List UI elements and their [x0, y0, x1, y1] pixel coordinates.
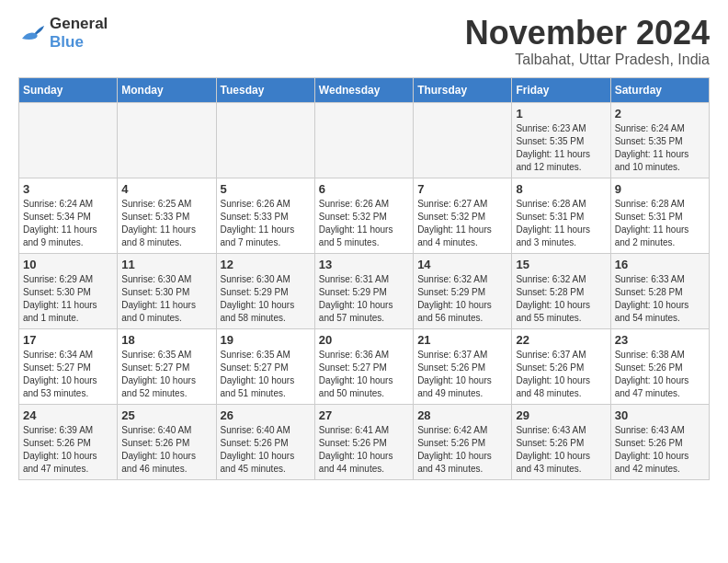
day-info: Sunrise: 6:32 AM Sunset: 5:29 PM Dayligh…	[417, 273, 507, 325]
day-number: 28	[417, 408, 507, 422]
calendar-cell: 14Sunrise: 6:32 AM Sunset: 5:29 PM Dayli…	[414, 253, 512, 328]
calendar-week-row: 1Sunrise: 6:23 AM Sunset: 5:35 PM Daylig…	[19, 102, 710, 178]
day-number: 17	[23, 333, 113, 347]
day-number: 3	[23, 182, 113, 196]
day-number: 24	[23, 408, 113, 422]
day-info: Sunrise: 6:36 AM Sunset: 5:27 PM Dayligh…	[319, 349, 409, 400]
logo-icon	[18, 22, 46, 44]
logo: General Blue	[18, 15, 108, 52]
calendar-cell	[314, 102, 413, 178]
day-number: 7	[417, 182, 507, 196]
day-info: Sunrise: 6:35 AM Sunset: 5:27 PM Dayligh…	[121, 349, 211, 400]
day-info: Sunrise: 6:27 AM Sunset: 5:32 PM Dayligh…	[417, 198, 507, 249]
day-info: Sunrise: 6:24 AM Sunset: 5:35 PM Dayligh…	[615, 122, 705, 174]
day-info: Sunrise: 6:33 AM Sunset: 5:28 PM Dayligh…	[615, 273, 705, 325]
calendar-cell	[414, 102, 512, 178]
calendar-cell: 16Sunrise: 6:33 AM Sunset: 5:28 PM Dayli…	[610, 253, 709, 328]
calendar-cell: 2Sunrise: 6:24 AM Sunset: 5:35 PM Daylig…	[610, 102, 709, 178]
day-info: Sunrise: 6:39 AM Sunset: 5:26 PM Dayligh…	[23, 424, 113, 476]
day-info: Sunrise: 6:25 AM Sunset: 5:33 PM Dayligh…	[121, 198, 211, 249]
calendar-week-row: 17Sunrise: 6:34 AM Sunset: 5:27 PM Dayli…	[19, 328, 710, 404]
day-number: 11	[121, 258, 211, 271]
calendar-cell: 4Sunrise: 6:25 AM Sunset: 5:33 PM Daylig…	[118, 178, 216, 253]
day-info: Sunrise: 6:34 AM Sunset: 5:27 PM Dayligh…	[23, 349, 113, 400]
day-info: Sunrise: 6:30 AM Sunset: 5:29 PM Dayligh…	[221, 273, 311, 325]
day-info: Sunrise: 6:40 AM Sunset: 5:26 PM Dayligh…	[121, 424, 211, 476]
weekday-header-cell: Sunday	[19, 77, 118, 102]
day-number: 2	[615, 107, 705, 121]
calendar-cell: 1Sunrise: 6:23 AM Sunset: 5:35 PM Daylig…	[512, 102, 610, 178]
calendar-cell: 10Sunrise: 6:29 AM Sunset: 5:30 PM Dayli…	[19, 253, 118, 328]
day-number: 20	[319, 333, 409, 347]
day-info: Sunrise: 6:42 AM Sunset: 5:26 PM Dayligh…	[417, 424, 507, 476]
day-number: 10	[23, 258, 113, 271]
day-number: 12	[221, 258, 311, 271]
calendar-cell: 26Sunrise: 6:40 AM Sunset: 5:26 PM Dayli…	[216, 404, 314, 479]
day-info: Sunrise: 6:29 AM Sunset: 5:30 PM Dayligh…	[23, 273, 113, 325]
day-info: Sunrise: 6:30 AM Sunset: 5:30 PM Dayligh…	[121, 273, 211, 325]
calendar-week-row: 10Sunrise: 6:29 AM Sunset: 5:30 PM Dayli…	[19, 253, 710, 328]
day-number: 13	[319, 258, 409, 271]
day-number: 9	[615, 182, 705, 196]
day-number: 1	[516, 107, 606, 121]
day-info: Sunrise: 6:28 AM Sunset: 5:31 PM Dayligh…	[615, 198, 705, 249]
weekday-header-cell: Saturday	[610, 77, 709, 102]
day-number: 18	[121, 333, 211, 347]
calendar-cell: 17Sunrise: 6:34 AM Sunset: 5:27 PM Dayli…	[19, 328, 118, 404]
calendar-cell: 20Sunrise: 6:36 AM Sunset: 5:27 PM Dayli…	[314, 328, 413, 404]
day-info: Sunrise: 6:24 AM Sunset: 5:34 PM Dayligh…	[23, 198, 113, 249]
calendar-cell: 13Sunrise: 6:31 AM Sunset: 5:29 PM Dayli…	[314, 253, 413, 328]
calendar-table: SundayMondayTuesdayWednesdayThursdayFrid…	[18, 77, 710, 480]
day-number: 16	[615, 258, 705, 271]
calendar-cell: 8Sunrise: 6:28 AM Sunset: 5:31 PM Daylig…	[512, 178, 610, 253]
calendar-cell: 5Sunrise: 6:26 AM Sunset: 5:33 PM Daylig…	[216, 178, 314, 253]
weekday-header-cell: Wednesday	[314, 77, 413, 102]
calendar-week-row: 24Sunrise: 6:39 AM Sunset: 5:26 PM Dayli…	[19, 404, 710, 479]
day-info: Sunrise: 6:35 AM Sunset: 5:27 PM Dayligh…	[221, 349, 311, 400]
calendar-cell: 12Sunrise: 6:30 AM Sunset: 5:29 PM Dayli…	[216, 253, 314, 328]
calendar-cell: 7Sunrise: 6:27 AM Sunset: 5:32 PM Daylig…	[414, 178, 512, 253]
calendar-cell: 11Sunrise: 6:30 AM Sunset: 5:30 PM Dayli…	[118, 253, 216, 328]
day-number: 30	[615, 408, 705, 422]
day-info: Sunrise: 6:26 AM Sunset: 5:32 PM Dayligh…	[319, 198, 409, 249]
day-number: 8	[516, 182, 606, 196]
day-number: 15	[516, 258, 606, 271]
logo-text: General Blue	[50, 15, 108, 52]
calendar-cell: 6Sunrise: 6:26 AM Sunset: 5:32 PM Daylig…	[314, 178, 413, 253]
day-info: Sunrise: 6:23 AM Sunset: 5:35 PM Dayligh…	[516, 122, 606, 174]
calendar-cell: 3Sunrise: 6:24 AM Sunset: 5:34 PM Daylig…	[19, 178, 118, 253]
day-number: 25	[121, 408, 211, 422]
calendar-cell: 9Sunrise: 6:28 AM Sunset: 5:31 PM Daylig…	[610, 178, 709, 253]
day-number: 27	[319, 408, 409, 422]
calendar-cell: 27Sunrise: 6:41 AM Sunset: 5:26 PM Dayli…	[314, 404, 413, 479]
calendar-cell	[118, 102, 216, 178]
title-block: November 2024 Talbahat, Uttar Pradesh, I…	[465, 15, 710, 68]
day-number: 6	[319, 182, 409, 196]
calendar-cell	[216, 102, 314, 178]
day-info: Sunrise: 6:26 AM Sunset: 5:33 PM Dayligh…	[221, 198, 311, 249]
calendar-cell	[19, 102, 118, 178]
calendar-cell: 22Sunrise: 6:37 AM Sunset: 5:26 PM Dayli…	[512, 328, 610, 404]
weekday-header-row: SundayMondayTuesdayWednesdayThursdayFrid…	[19, 77, 710, 102]
day-number: 22	[516, 333, 606, 347]
day-number: 21	[417, 333, 507, 347]
day-info: Sunrise: 6:37 AM Sunset: 5:26 PM Dayligh…	[516, 349, 606, 400]
weekday-header-cell: Friday	[512, 77, 610, 102]
calendar-cell: 19Sunrise: 6:35 AM Sunset: 5:27 PM Dayli…	[216, 328, 314, 404]
day-number: 23	[615, 333, 705, 347]
calendar-title: November 2024	[465, 15, 710, 52]
day-info: Sunrise: 6:38 AM Sunset: 5:26 PM Dayligh…	[615, 349, 705, 400]
day-info: Sunrise: 6:37 AM Sunset: 5:26 PM Dayligh…	[417, 349, 507, 400]
calendar-cell: 18Sunrise: 6:35 AM Sunset: 5:27 PM Dayli…	[118, 328, 216, 404]
calendar-week-row: 3Sunrise: 6:24 AM Sunset: 5:34 PM Daylig…	[19, 178, 710, 253]
day-info: Sunrise: 6:28 AM Sunset: 5:31 PM Dayligh…	[516, 198, 606, 249]
day-number: 19	[221, 333, 311, 347]
day-info: Sunrise: 6:40 AM Sunset: 5:26 PM Dayligh…	[221, 424, 311, 476]
day-info: Sunrise: 6:41 AM Sunset: 5:26 PM Dayligh…	[319, 424, 409, 476]
calendar-cell: 29Sunrise: 6:43 AM Sunset: 5:26 PM Dayli…	[512, 404, 610, 479]
calendar-cell: 15Sunrise: 6:32 AM Sunset: 5:28 PM Dayli…	[512, 253, 610, 328]
weekday-header-cell: Monday	[118, 77, 216, 102]
day-number: 26	[221, 408, 311, 422]
calendar-cell: 30Sunrise: 6:43 AM Sunset: 5:26 PM Dayli…	[610, 404, 709, 479]
day-info: Sunrise: 6:31 AM Sunset: 5:29 PM Dayligh…	[319, 273, 409, 325]
